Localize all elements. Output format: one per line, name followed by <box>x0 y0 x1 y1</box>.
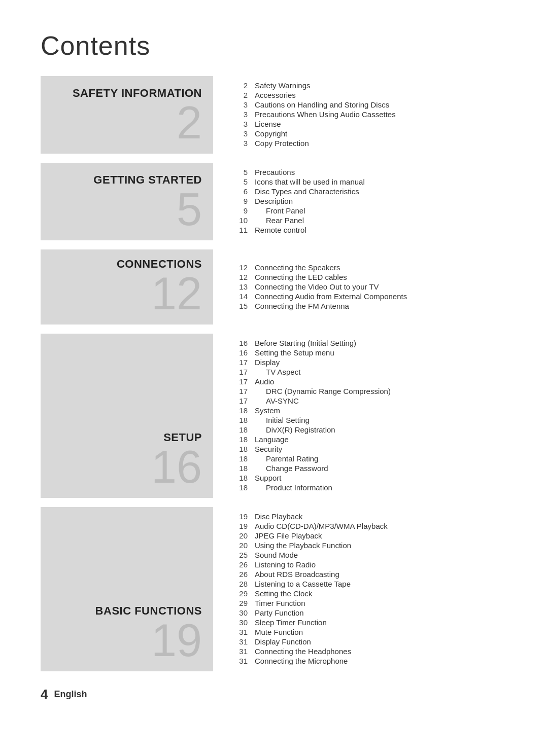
item-label: Display Function <box>255 637 311 646</box>
item-page-number: 3 <box>233 129 248 138</box>
item-label: Security <box>255 445 282 453</box>
item-label: Copyright <box>255 129 287 138</box>
item-label: Product Information <box>255 483 332 492</box>
list-item: 13Connecting the Video Out to your TV <box>233 282 507 291</box>
item-page-number: 19 <box>233 522 248 530</box>
list-item: 3Precautions When Using Audio Cassettes <box>233 110 507 119</box>
list-item: 28Listening to a Cassette Tape <box>233 580 507 588</box>
list-item: 12Connecting the Speakers <box>233 263 507 272</box>
item-page-number: 13 <box>233 282 248 291</box>
item-label: About RDS Broadcasting <box>255 570 339 579</box>
item-label: Sleep Timer Function <box>255 618 327 627</box>
section-items-safety-information: 2Safety Warnings2Accessories3Cautions on… <box>213 76 507 154</box>
item-label: Disc Playback <box>255 512 302 521</box>
item-page-number: 29 <box>233 599 248 607</box>
list-item: 3License <box>233 120 507 128</box>
item-page-number: 3 <box>233 139 248 148</box>
item-label: Copy Protection <box>255 139 309 148</box>
section-setup: SETUP1616Before Starting (Initial Settin… <box>41 334 507 498</box>
item-page-number: 6 <box>233 187 248 196</box>
item-page-number: 18 <box>233 454 248 463</box>
list-item: 18Parental Rating <box>233 454 507 463</box>
list-item: 17TV Aspect <box>233 368 507 376</box>
item-page-number: 9 <box>233 197 248 205</box>
item-page-number: 9 <box>233 206 248 215</box>
item-page-number: 31 <box>233 647 248 656</box>
item-page-number: 5 <box>233 168 248 176</box>
item-page-number: 17 <box>233 377 248 386</box>
item-page-number: 26 <box>233 570 248 579</box>
list-item: 29Timer Function <box>233 599 507 607</box>
section-box-safety-information: SAFETY INFORMATION2 <box>41 76 213 154</box>
item-label: Mute Function <box>255 628 303 636</box>
list-item: 2Safety Warnings <box>233 81 507 90</box>
item-page-number: 31 <box>233 628 248 636</box>
item-label: Sound Mode <box>255 551 298 559</box>
list-item: 18Product Information <box>233 483 507 492</box>
item-page-number: 20 <box>233 541 248 550</box>
section-items-basic-functions: 19Disc Playback19Audio CD(CD-DA)/MP3/WMA… <box>213 507 507 671</box>
list-item: 19Disc Playback <box>233 512 507 521</box>
list-item: 18Change Password <box>233 464 507 473</box>
footer-number: 4 <box>41 687 48 702</box>
list-item: 30Party Function <box>233 608 507 617</box>
item-label: Listening to Radio <box>255 560 316 569</box>
item-label: Connecting the Speakers <box>255 263 340 272</box>
list-item: 18Support <box>233 474 507 482</box>
item-page-number: 17 <box>233 358 248 367</box>
list-item: 3Copy Protection <box>233 139 507 148</box>
item-page-number: 18 <box>233 435 248 444</box>
list-item: 31Connecting the Headphones <box>233 647 507 656</box>
section-connections: CONNECTIONS1212Connecting the Speakers12… <box>41 249 507 325</box>
list-item: 12Connecting the LED cables <box>233 273 507 281</box>
item-label: Precautions When Using Audio Cassettes <box>255 110 396 119</box>
footer-label: English <box>54 689 87 700</box>
item-label: Initial Setting <box>255 416 310 424</box>
item-label: Timer Function <box>255 599 305 607</box>
item-label: Display <box>255 358 280 367</box>
item-label: Connecting the Microphone <box>255 657 348 665</box>
list-item: 18System <box>233 406 507 415</box>
item-page-number: 18 <box>233 483 248 492</box>
item-page-number: 12 <box>233 273 248 281</box>
list-item: 31Display Function <box>233 637 507 646</box>
item-label: Audio CD(CD-DA)/MP3/WMA Playback <box>255 522 388 530</box>
item-page-number: 19 <box>233 512 248 521</box>
list-item: 17DRC (Dynamic Range Compression) <box>233 387 507 395</box>
section-box-getting-started: GETTING STARTED5 <box>41 163 213 240</box>
section-items-setup: 16Before Starting (Initial Setting)16Set… <box>213 334 507 498</box>
list-item: 31Connecting the Microphone <box>233 657 507 665</box>
section-number-connections: 12 <box>151 271 202 316</box>
item-page-number: 18 <box>233 464 248 473</box>
list-item: 18Initial Setting <box>233 416 507 424</box>
item-label: Rear Panel <box>255 216 304 225</box>
list-item: 14Connecting Audio from External Compone… <box>233 292 507 301</box>
item-page-number: 26 <box>233 560 248 569</box>
section-number-basic-functions: 19 <box>151 618 202 663</box>
item-page-number: 10 <box>233 216 248 225</box>
list-item: 16Before Starting (Initial Setting) <box>233 339 507 347</box>
list-item: 30Sleep Timer Function <box>233 618 507 627</box>
item-page-number: 3 <box>233 100 248 109</box>
list-item: 26About RDS Broadcasting <box>233 570 507 579</box>
section-getting-started: GETTING STARTED55Precautions5Icons that … <box>41 163 507 240</box>
list-item: 5Precautions <box>233 168 507 176</box>
section-basic-functions: BASIC FUNCTIONS1919Disc Playback19Audio … <box>41 507 507 671</box>
item-page-number: 25 <box>233 551 248 559</box>
section-box-connections: CONNECTIONS12 <box>41 249 213 325</box>
item-page-number: 30 <box>233 618 248 627</box>
list-item: 29Setting the Clock <box>233 589 507 598</box>
item-label: Using the Playback Function <box>255 541 351 550</box>
item-page-number: 5 <box>233 177 248 186</box>
item-page-number: 2 <box>233 81 248 90</box>
section-box-setup: SETUP16 <box>41 334 213 498</box>
item-label: Remote control <box>255 226 306 234</box>
item-label: Cautions on Handling and Storing Discs <box>255 100 389 109</box>
item-page-number: 16 <box>233 348 248 357</box>
list-item: 18Security <box>233 445 507 453</box>
item-label: TV Aspect <box>255 368 300 376</box>
item-label: Precautions <box>255 168 295 176</box>
item-label: Parental Rating <box>255 454 318 463</box>
item-label: Connecting the Video Out to your TV <box>255 282 379 291</box>
item-label: Listening to a Cassette Tape <box>255 580 351 588</box>
